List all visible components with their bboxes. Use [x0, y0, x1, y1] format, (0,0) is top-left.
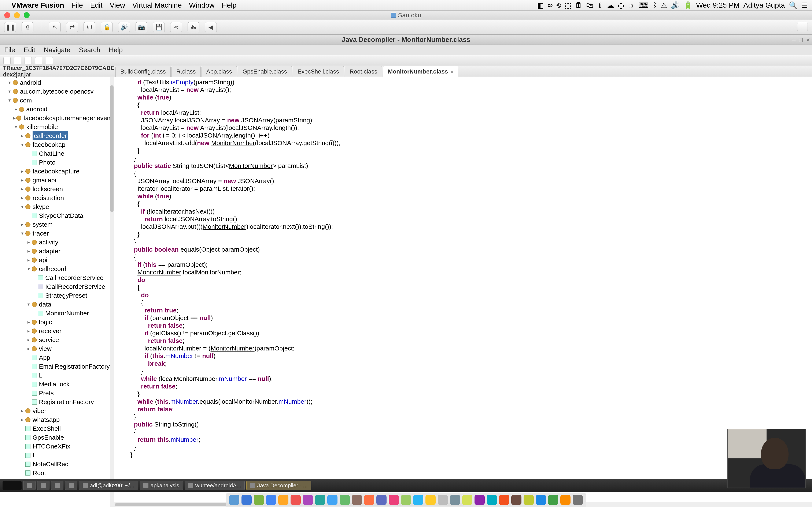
net-button[interactable]: 🖧	[188, 22, 199, 32]
editor-tab[interactable]: BuildConfig.class	[115, 66, 171, 77]
dock-app-icon[interactable]	[511, 495, 521, 505]
jd-close-button[interactable]: ×	[806, 36, 810, 43]
snapshot-button[interactable]: ⎙	[21, 22, 34, 32]
tree-package-node[interactable]: ▾facebookapi	[0, 140, 114, 149]
notification-center-icon[interactable]: ☰	[801, 1, 808, 9]
status-icon[interactable]: ◧	[537, 1, 544, 9]
status-icon[interactable]: ☼	[628, 1, 635, 9]
tree-scrollbar[interactable]	[110, 77, 114, 507]
disclosure-icon[interactable]: ▾	[6, 78, 13, 87]
battery-icon[interactable]: 🔋	[683, 1, 692, 9]
disclosure-icon[interactable]: ▸	[19, 167, 26, 176]
tree-package-node[interactable]: ▸registration	[0, 193, 114, 203]
disclosure-icon[interactable]: ▾	[19, 140, 26, 149]
dock-app-icon[interactable]	[462, 495, 472, 505]
volume-icon[interactable]: 🔊	[671, 1, 679, 9]
dock-app-icon[interactable]	[474, 495, 485, 505]
status-icon[interactable]: ⎋	[557, 1, 561, 9]
disclosure-icon[interactable]: ▸	[26, 318, 32, 327]
editor-tab[interactable]: Root.class	[345, 66, 382, 77]
tree-class-node[interactable]: ICallRecorderService	[0, 282, 114, 291]
tree-class-node[interactable]: SkypeChatData	[0, 211, 114, 220]
editor-tab[interactable]: ExecShell.class	[293, 66, 344, 77]
tree-package-node[interactable]: ▾au.com.bytecode.opencsv	[0, 87, 114, 96]
tree-package-node[interactable]: ▾killermobile	[0, 122, 114, 131]
back-button[interactable]: ◀	[205, 22, 217, 32]
tree-class-node[interactable]: ExecShell	[0, 424, 114, 433]
editor-tab[interactable]: App.class	[202, 66, 237, 77]
disclosure-icon[interactable]: ▾	[13, 122, 19, 131]
dock-app-icon[interactable]	[560, 495, 570, 505]
dock-app-icon[interactable]	[389, 495, 399, 505]
status-icon[interactable]: ☁︎	[607, 1, 614, 9]
editor-tab[interactable]: R.class	[171, 66, 201, 77]
nav-forward-icon[interactable]	[46, 57, 53, 64]
fullscreen-button[interactable]	[797, 22, 808, 31]
dock-app-icon[interactable]	[548, 495, 558, 505]
dock-app-icon[interactable]	[425, 495, 436, 505]
cursor-button[interactable]: ↖	[49, 22, 61, 32]
tree-package-node[interactable]: ▾android	[0, 78, 114, 87]
tree-package-node[interactable]: ▸lockscreen	[0, 185, 114, 193]
tree-package-node[interactable]: ▸system	[0, 220, 114, 229]
status-icon[interactable]: ⇧	[597, 1, 603, 9]
tree-class-node[interactable]: RegistrationFactory	[0, 398, 114, 406]
quick-launch-icon[interactable]	[37, 481, 49, 490]
open-file-icon[interactable]	[3, 57, 11, 64]
jd-minimize-button[interactable]: –	[792, 36, 796, 43]
swap-button[interactable]: ⇄	[66, 22, 78, 32]
jd-menu-edit[interactable]: Edit	[24, 46, 35, 54]
bluetooth-icon[interactable]: ᛒ	[653, 1, 657, 9]
dock-app-icon[interactable]	[340, 495, 350, 505]
tree-package-node[interactable]: ▸gmailapi	[0, 176, 114, 185]
dock-app-icon[interactable]	[266, 495, 276, 505]
dock-app-icon[interactable]	[413, 495, 423, 505]
tree-scroll[interactable]: ▾android▾au.com.bytecode.opencsv▾com▸and…	[0, 77, 114, 507]
tree-class-node[interactable]: L	[0, 451, 114, 460]
taskbar-task[interactable]: wuntee/androidA...	[185, 481, 245, 490]
menu-virtual-machine[interactable]: Virtual Machine	[133, 1, 182, 9]
dock-app-icon[interactable]	[229, 495, 239, 505]
status-icon[interactable]: 🗓	[575, 1, 582, 9]
jar-tab[interactable]: TRacer_1C37F184A707D2C7C6D79CABEDA2DF69_…	[0, 66, 114, 77]
tree-package-node[interactable]: ▾data	[0, 300, 114, 309]
window-close-icon[interactable]	[4, 12, 10, 18]
dock-app-icon[interactable]	[536, 495, 546, 505]
user-name[interactable]: Aditya Gupta	[743, 1, 785, 9]
tree-package-node[interactable]: ▸android	[0, 105, 114, 114]
disclosure-icon[interactable]: ▾	[19, 229, 26, 238]
jd-menu-search[interactable]: Search	[79, 46, 100, 54]
tree-class-node[interactable]: Photo	[0, 158, 114, 167]
menu-help[interactable]: Help	[222, 1, 237, 9]
menu-file[interactable]: File	[71, 1, 83, 9]
dock-app-icon[interactable]	[278, 495, 289, 505]
start-button[interactable]	[3, 481, 21, 490]
wifi-icon[interactable]: ⚠︎	[661, 1, 667, 9]
tree-package-node[interactable]: ▸api	[0, 256, 114, 265]
tree-class-node[interactable]: NoteCallRec	[0, 460, 114, 468]
tree-class-node[interactable]: CallRecorderService	[0, 273, 114, 282]
tree-package-node[interactable]: ▾callrecord	[0, 265, 114, 273]
clock[interactable]: Wed 9:25 PM	[696, 1, 740, 9]
tab-close-icon[interactable]: ×	[451, 69, 453, 74]
disclosure-icon[interactable]: ▾	[19, 203, 26, 211]
jd-menu-help[interactable]: Help	[109, 46, 123, 54]
tree-class-node[interactable]: ChatLine	[0, 149, 114, 158]
tree-class-node[interactable]: App	[0, 353, 114, 362]
disclosure-icon[interactable]: ▾	[26, 300, 32, 309]
taskbar-task[interactable]: adi@adi0x90: ~/...	[79, 481, 138, 490]
dock-app-icon[interactable]	[254, 495, 264, 505]
tree-class-node[interactable]: MonitorNumber	[0, 309, 114, 318]
disclosure-icon[interactable]: ▸	[19, 185, 26, 193]
disclosure-icon[interactable]: ▸	[26, 238, 32, 247]
pause-vm-button[interactable]: ❚❚	[4, 22, 16, 32]
tree-class-node[interactable]: MediaLock	[0, 380, 114, 389]
dock-app-icon[interactable]	[303, 495, 313, 505]
dock-app-icon[interactable]	[499, 495, 509, 505]
tree-class-node[interactable]: GpsEnable	[0, 433, 114, 442]
tree-package-node[interactable]: ▸service	[0, 335, 114, 344]
disclosure-icon[interactable]: ▸	[19, 131, 26, 140]
editor-tab[interactable]: GpsEnable.class	[238, 66, 292, 77]
status-icon[interactable]: ∞	[548, 1, 553, 9]
tree-package-node[interactable]: ▸receiver	[0, 327, 114, 335]
